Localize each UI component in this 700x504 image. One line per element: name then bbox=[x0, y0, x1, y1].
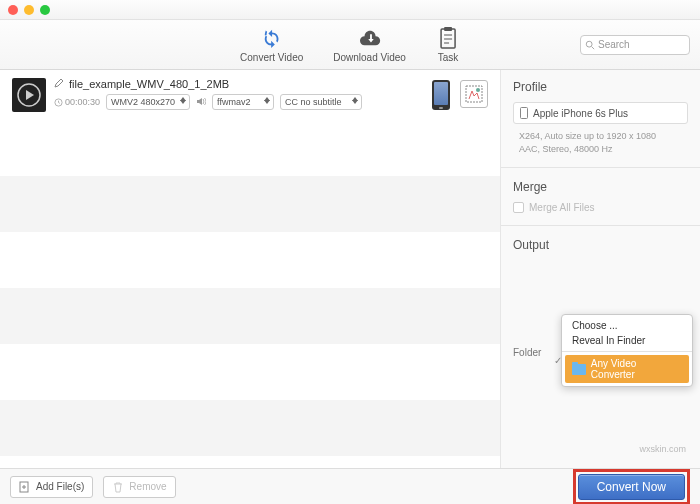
clock-icon bbox=[54, 98, 63, 107]
convert-now-button[interactable]: Convert Now bbox=[578, 474, 685, 500]
merge-label: Merge All Files bbox=[529, 202, 595, 213]
trash-icon bbox=[112, 481, 124, 493]
add-files-button[interactable]: Add File(s) bbox=[10, 476, 93, 498]
window-titlebar bbox=[0, 0, 700, 20]
remove-button[interactable]: Remove bbox=[103, 476, 175, 498]
subtitle-select[interactable]: CC no subtitle bbox=[280, 94, 362, 110]
svg-line-6 bbox=[592, 46, 595, 49]
audio-select[interactable]: ffwmav2 bbox=[212, 94, 274, 110]
minimize-window-button[interactable] bbox=[24, 5, 34, 15]
convert-video-tab[interactable]: Convert Video bbox=[240, 26, 303, 63]
svg-point-5 bbox=[586, 41, 592, 47]
svg-rect-9 bbox=[466, 86, 482, 102]
merge-section-title: Merge bbox=[513, 180, 688, 194]
output-section-title: Output bbox=[513, 238, 688, 252]
footer-bar: Add File(s) Remove Convert Now bbox=[0, 468, 700, 504]
merge-all-checkbox[interactable]: Merge All Files bbox=[513, 202, 688, 213]
menu-selected-folder[interactable]: Any Video Converter bbox=[565, 355, 689, 383]
cloud-download-icon bbox=[358, 26, 382, 50]
clipboard-icon bbox=[436, 26, 460, 50]
search-placeholder: Search bbox=[598, 39, 630, 50]
zoom-window-button[interactable] bbox=[40, 5, 50, 15]
download-video-label: Download Video bbox=[333, 52, 406, 63]
format-select[interactable]: WMV2 480x270 bbox=[106, 94, 190, 110]
folder-icon bbox=[572, 364, 586, 375]
audio-icon bbox=[196, 97, 206, 108]
profile-section-title: Profile bbox=[513, 80, 688, 94]
task-label: Task bbox=[438, 52, 459, 63]
search-icon bbox=[585, 40, 595, 50]
menu-choose[interactable]: Choose ... bbox=[562, 318, 692, 333]
check-icon: ✓ bbox=[554, 355, 562, 366]
profile-value: Apple iPhone 6s Plus bbox=[533, 108, 628, 119]
device-preview-icon[interactable] bbox=[432, 80, 450, 110]
checkbox-icon bbox=[513, 202, 524, 213]
task-tab[interactable]: Task bbox=[436, 26, 460, 63]
profile-spec: X264, Auto size up to 1920 x 1080 AAC, S… bbox=[513, 130, 688, 155]
watermark: wxskin.com bbox=[639, 444, 686, 454]
svg-rect-11 bbox=[521, 108, 528, 119]
convert-video-label: Convert Video bbox=[240, 52, 303, 63]
video-thumbnail[interactable] bbox=[12, 78, 46, 112]
file-list-panel: file_example_WMV_480_1_2MB 00:00:30 WMV2… bbox=[0, 70, 500, 468]
folder-label: Folder bbox=[513, 347, 541, 358]
side-panel: Profile Apple iPhone 6s Plus X264, Auto … bbox=[500, 70, 700, 468]
search-input[interactable]: Search bbox=[580, 35, 690, 55]
main-toolbar: Convert Video Download Video Task Search bbox=[0, 20, 700, 70]
add-file-icon bbox=[19, 481, 31, 493]
edit-tools-button[interactable] bbox=[460, 80, 488, 108]
close-window-button[interactable] bbox=[8, 5, 18, 15]
profile-select[interactable]: Apple iPhone 6s Plus bbox=[513, 102, 688, 124]
file-row[interactable]: file_example_WMV_480_1_2MB 00:00:30 WMV2… bbox=[0, 70, 500, 120]
empty-list-area bbox=[0, 120, 500, 468]
download-video-tab[interactable]: Download Video bbox=[333, 26, 406, 63]
file-name: file_example_WMV_480_1_2MB bbox=[69, 78, 229, 90]
convert-highlight: Convert Now bbox=[573, 469, 690, 505]
edit-icon[interactable] bbox=[54, 78, 64, 90]
menu-reveal[interactable]: Reveal In Finder bbox=[562, 333, 692, 348]
svg-point-10 bbox=[476, 88, 480, 92]
output-folder-menu: Choose ... Reveal In Finder ✓ Any Video … bbox=[561, 314, 693, 387]
duration: 00:00:30 bbox=[54, 97, 100, 107]
phone-icon bbox=[520, 107, 528, 119]
play-icon bbox=[16, 82, 42, 108]
refresh-icon bbox=[260, 26, 284, 50]
svg-rect-1 bbox=[444, 27, 452, 31]
